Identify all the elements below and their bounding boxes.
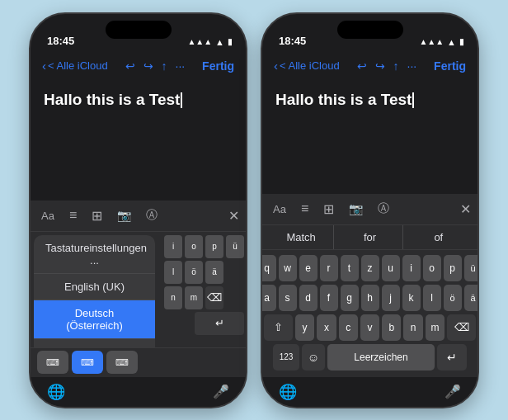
autocomplete-row: Match for of xyxy=(262,225,477,250)
list-button-left[interactable]: ≡ xyxy=(65,205,81,225)
lang-settings-item[interactable]: Tastatureinstellungen ... xyxy=(34,235,155,274)
key-g[interactable]: g xyxy=(341,285,359,311)
status-icons-left: ▲▲▲ ▲ ▮ xyxy=(187,37,233,47)
nav-back-label-right[interactable]: < Alle iCloud xyxy=(280,59,340,72)
key-ae-r[interactable]: ä xyxy=(464,285,480,311)
num-key-right[interactable]: 123 xyxy=(273,344,299,370)
nav-done-left[interactable]: Fertig xyxy=(202,59,234,73)
key-p-r[interactable]: p xyxy=(444,255,462,281)
keyboard-toolbar-left: Aa ≡ ⊞ 📷 Ⓐ ✕ xyxy=(31,201,246,232)
spellcheck-button-left[interactable]: Ⓐ xyxy=(142,205,162,225)
key-b[interactable]: b xyxy=(382,314,401,341)
globe-icon-right[interactable]: 🌐 xyxy=(279,383,297,401)
key-n[interactable]: n xyxy=(164,286,182,309)
lang-type-btn2[interactable]: ⌨ xyxy=(72,351,103,374)
key-j[interactable]: j xyxy=(382,285,400,311)
key-l[interactable]: l xyxy=(423,285,441,311)
nav-back-left[interactable]: ‹ < Alle iCloud xyxy=(42,59,108,73)
backspace-key-left[interactable]: ⌫ xyxy=(205,286,223,309)
text-cursor-right xyxy=(412,92,414,108)
table-button-right[interactable]: ⊞ xyxy=(319,199,338,219)
nav-back-right[interactable]: ‹ < Alle iCloud xyxy=(274,59,340,73)
key-d[interactable]: d xyxy=(299,285,318,311)
partial-keys-row1: i o p ü xyxy=(164,235,244,258)
return-key-left[interactable]: ↵ xyxy=(195,312,244,335)
redo-icon-right[interactable]: ↪ xyxy=(375,59,385,73)
key-k[interactable]: k xyxy=(402,285,421,311)
nav-done-right[interactable]: Fertig xyxy=(434,59,466,73)
nav-back-label-left[interactable]: < Alle iCloud xyxy=(48,59,108,72)
note-content-right: Hallo this is a Test xyxy=(262,82,477,194)
redo-icon-left[interactable]: ↪ xyxy=(143,59,153,73)
camera-button-right[interactable]: 📷 xyxy=(345,200,367,218)
undo-icon-right[interactable]: ↩ xyxy=(357,59,367,73)
key-m-r[interactable]: m xyxy=(426,314,444,341)
lang-english-item[interactable]: English (UK) xyxy=(34,274,155,300)
key-e[interactable]: e xyxy=(299,255,318,281)
return-key-right[interactable]: ↵ xyxy=(437,344,467,370)
close-keyboard-button-left[interactable]: ✕ xyxy=(228,208,239,224)
shift-key-right[interactable]: ⇧ xyxy=(264,314,293,341)
key-ue[interactable]: ü xyxy=(226,235,244,258)
key-n-r[interactable]: n xyxy=(403,314,422,341)
key-l[interactable]: l xyxy=(164,261,182,284)
key-o-r[interactable]: o xyxy=(423,255,441,281)
keyboard-bottom-left: 🌐 🎤 xyxy=(31,377,246,407)
key-oe[interactable]: ö xyxy=(185,261,203,284)
autocomplete-of[interactable]: of xyxy=(407,225,471,249)
status-time-right: 18:45 xyxy=(279,35,306,47)
lang-emoji-item[interactable]: Emoji xyxy=(34,339,155,347)
space-key-right[interactable]: Leerzeichen xyxy=(327,344,435,370)
note-title-left: Hallo this is a Test xyxy=(44,90,233,111)
key-s[interactable]: s xyxy=(279,285,297,311)
key-c[interactable]: c xyxy=(339,314,358,341)
status-icons-right: ▲▲▲ ▲ ▮ xyxy=(419,37,464,47)
autocomplete-match[interactable]: Match xyxy=(269,225,334,249)
lang-deutsch-item[interactable]: Deutsch (Österreich) xyxy=(34,300,155,339)
emoji-key-right[interactable]: ☺ xyxy=(302,344,325,370)
autocomplete-for[interactable]: for xyxy=(337,225,402,249)
key-z[interactable]: z xyxy=(361,255,379,281)
backspace-key-right[interactable]: ⌫ xyxy=(447,314,476,341)
key-v[interactable]: v xyxy=(360,314,379,341)
key-p[interactable]: p xyxy=(205,235,223,258)
key-w[interactable]: w xyxy=(279,255,297,281)
wifi-icon-left: ▲ xyxy=(215,37,224,47)
key-i[interactable]: i xyxy=(164,235,182,258)
globe-icon-left[interactable]: 🌐 xyxy=(47,383,65,401)
camera-button-left[interactable]: 📷 xyxy=(113,206,135,224)
aa-button-left[interactable]: Aa xyxy=(37,207,59,224)
share-icon-left[interactable]: ↑ xyxy=(162,59,167,73)
key-ae[interactable]: ä xyxy=(205,261,223,284)
key-q[interactable]: q xyxy=(261,255,276,281)
lang-type-btn1[interactable]: ⌨ xyxy=(37,351,68,374)
aa-button-right[interactable]: Aa xyxy=(269,201,290,218)
key-m[interactable]: m xyxy=(185,286,203,309)
key-y[interactable]: y xyxy=(295,314,314,341)
key-t[interactable]: t xyxy=(341,255,359,281)
close-keyboard-button-right[interactable]: ✕ xyxy=(460,201,471,217)
table-button-left[interactable]: ⊞ xyxy=(87,205,106,226)
spellcheck-button-right[interactable]: Ⓐ xyxy=(374,199,393,219)
more-icon-left[interactable]: ··· xyxy=(176,59,186,73)
keyboard-toolbar-right: Aa ≡ ⊞ 📷 Ⓐ ✕ xyxy=(262,194,477,225)
key-f[interactable]: f xyxy=(320,285,338,311)
key-a[interactable]: a xyxy=(261,285,276,311)
key-r[interactable]: r xyxy=(320,255,338,281)
list-button-right[interactable]: ≡ xyxy=(297,199,313,219)
key-ue-r[interactable]: ü xyxy=(464,255,480,281)
key-oe-r[interactable]: ö xyxy=(444,285,462,311)
mic-icon-right[interactable]: 🎤 xyxy=(444,384,461,399)
mic-icon-left[interactable]: 🎤 xyxy=(213,384,229,399)
wifi-icon-right: ▲ xyxy=(447,37,456,47)
key-h[interactable]: h xyxy=(361,285,379,311)
undo-icon-left[interactable]: ↩ xyxy=(125,59,135,73)
key-u[interactable]: u xyxy=(382,255,400,281)
text-cursor-left xyxy=(181,92,182,108)
share-icon-right[interactable]: ↑ xyxy=(393,59,399,73)
key-o[interactable]: o xyxy=(185,235,203,258)
key-x[interactable]: x xyxy=(317,314,336,341)
more-icon-right[interactable]: ··· xyxy=(407,59,417,73)
key-i-r[interactable]: i xyxy=(402,255,421,281)
lang-type-btn3[interactable]: ⌨ xyxy=(106,351,138,374)
